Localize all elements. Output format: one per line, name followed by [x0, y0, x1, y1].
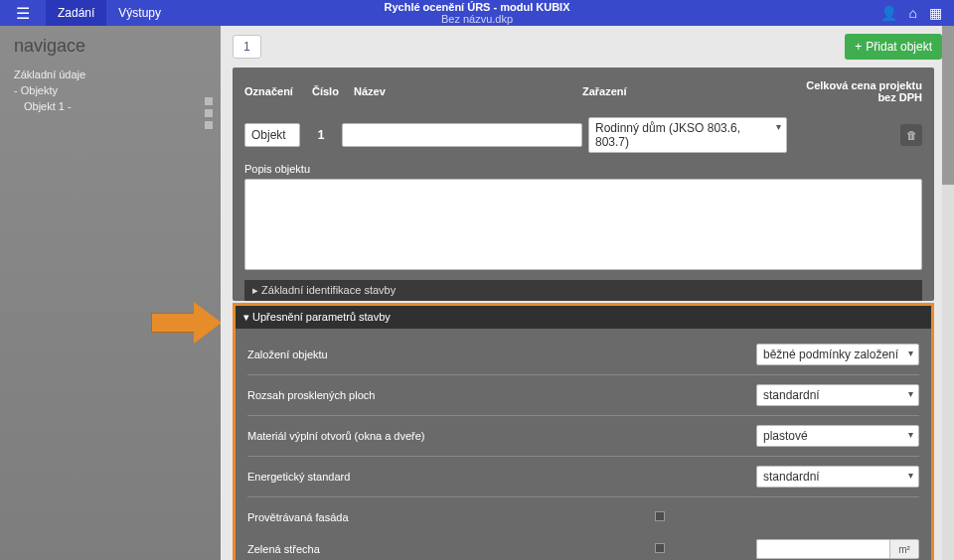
tab-zadani[interactable]: Zadání — [46, 0, 106, 26]
home-icon[interactable]: ⌂ — [909, 5, 917, 21]
nav-marker — [205, 121, 213, 129]
col-cislo: Číslo — [312, 85, 342, 97]
scrollbar-thumb[interactable] — [942, 26, 954, 185]
zarazeni-select[interactable]: Rodinný dům (JKSO 803.6, 803.7) — [588, 117, 787, 153]
popis-textarea[interactable] — [244, 179, 922, 270]
param-label: Založení objektu — [247, 349, 605, 360]
delete-object-button[interactable]: 🗑 — [900, 124, 922, 146]
section-upresneni: ▾ Upřesnění parametrů stavby Založení ob… — [233, 303, 934, 560]
col-zarazeni: Zařazení — [582, 85, 781, 97]
plus-icon: + — [855, 40, 862, 54]
callout-arrow — [151, 302, 223, 344]
object-number: 1 — [306, 128, 336, 142]
tab-vystupy[interactable]: Výstupy — [106, 0, 173, 26]
apps-icon[interactable]: ▦ — [929, 5, 942, 21]
energeticky-select[interactable]: standardní — [756, 466, 919, 488]
nav-item[interactable]: Základní údaje — [14, 67, 207, 82]
fasada-checkbox[interactable] — [655, 511, 665, 521]
unit-m2: m² — [889, 539, 919, 559]
nav-subitem[interactable]: Objekt 1 - — [14, 98, 207, 114]
param-label: Provětrávaná fasáda — [247, 511, 605, 523]
param-label: Energetický standard — [247, 471, 605, 483]
object-chip[interactable]: 1 — [233, 35, 261, 59]
menu-toggle[interactable]: ☰ — [0, 4, 46, 23]
col-cena: Celková cena projektu bez DPH — [793, 79, 922, 103]
nav-title: navigace — [0, 26, 221, 63]
nav-marker — [205, 109, 213, 117]
user-icon[interactable]: 👤 — [880, 5, 897, 21]
section-basic-id[interactable]: ▸ Základní identifikace stavby — [244, 280, 922, 301]
col-nazev: Název — [354, 85, 570, 97]
add-object-button[interactable]: +Přidat objekt — [845, 34, 942, 60]
param-label: Materiál výplní otvorů (okna a dveře) — [247, 430, 605, 442]
oznaceni-input[interactable] — [244, 123, 300, 147]
scrollbar[interactable] — [942, 26, 954, 560]
material-select[interactable]: plastové — [756, 425, 919, 447]
nazev-input[interactable] — [342, 123, 582, 147]
nav-item[interactable]: - Objekty — [14, 82, 207, 98]
proskleni-select[interactable]: standardní — [756, 384, 919, 406]
strecha-checkbox[interactable] — [655, 543, 665, 553]
main-panel: 1 +Přidat objekt Označení Číslo Název Za… — [221, 26, 954, 560]
nav-marker — [205, 97, 213, 105]
col-oznaceni: Označení — [244, 85, 300, 97]
param-label: Rozsah prosklených ploch — [247, 389, 605, 401]
sidebar: navigace Základní údaje - Objekty Objekt… — [0, 26, 221, 560]
param-label: Zelená střecha — [247, 543, 605, 555]
zalozeni-select[interactable]: běžné podmínky založení — [756, 344, 919, 365]
popis-label: Popis objektu — [244, 163, 922, 175]
strecha-area-input[interactable] — [756, 539, 889, 559]
trash-icon: 🗑 — [906, 129, 917, 141]
section-header[interactable]: ▾ Upřesnění parametrů stavby — [236, 306, 931, 329]
